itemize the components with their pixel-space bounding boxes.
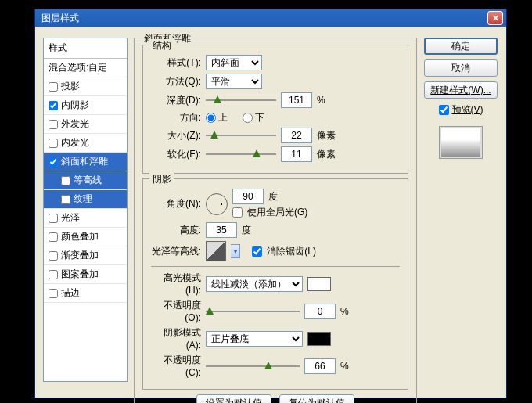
style-item-outer-glow[interactable]: 外发光	[44, 115, 127, 134]
direction-label: 方向:	[151, 111, 201, 124]
depth-input[interactable]	[281, 92, 312, 108]
styles-header: 样式	[44, 38, 127, 59]
style-item-inner-shadow[interactable]: 内阴影	[44, 96, 127, 115]
altitude-input[interactable]	[206, 222, 237, 238]
shadow-mode-select[interactable]: 正片叠底	[206, 331, 303, 347]
close-icon[interactable]: ✕	[487, 11, 503, 25]
style-check[interactable]	[49, 251, 58, 261]
global-light-check[interactable]	[232, 207, 243, 218]
size-label: 大小(Z):	[151, 129, 201, 142]
preview-check-row[interactable]: 预览(V)	[439, 103, 483, 117]
shadow-opacity-input[interactable]	[304, 358, 336, 374]
style-label: 样式(T):	[151, 56, 201, 70]
size-input[interactable]	[281, 128, 312, 143]
angle-input[interactable]	[232, 189, 264, 204]
style-check[interactable]	[49, 289, 58, 298]
method-select[interactable]: 平滑	[206, 74, 262, 89]
blend-options-row[interactable]: 混合选项:自定	[44, 59, 127, 77]
style-check[interactable]	[61, 195, 70, 204]
style-item-pattern-overlay[interactable]: 图案叠加	[44, 265, 127, 284]
style-item-gradient-overlay[interactable]: 渐变叠加	[44, 246, 127, 265]
direction-down[interactable]: 下	[243, 111, 264, 124]
shadow-opacity-label: 不透明度(C):	[151, 354, 201, 378]
new-style-button[interactable]: 新建样式(W)...	[424, 81, 498, 99]
titlebar[interactable]: 图层样式 ✕	[35, 9, 506, 27]
structure-legend: 结构	[149, 39, 174, 52]
highlight-opacity-slider[interactable]	[206, 307, 300, 316]
style-item-texture[interactable]: 纹理	[44, 190, 127, 209]
angle-dial[interactable]	[206, 193, 228, 215]
depth-slider[interactable]	[206, 95, 276, 105]
shading-group: 阴影 角度(N): 度 使用全局光(G) 高度:度 光泽等高线:▾ 消除锯齿(L…	[142, 178, 408, 390]
style-item-satin[interactable]: 光泽	[44, 209, 127, 228]
highlight-mode-select[interactable]: 线性减淡（添加）	[206, 276, 303, 292]
soften-slider[interactable]	[206, 149, 276, 159]
style-item-color-overlay[interactable]: 颜色叠加	[44, 228, 127, 246]
highlight-opacity-label: 不透明度(O):	[151, 299, 201, 323]
angle-label: 角度(N):	[151, 197, 201, 210]
style-check[interactable]	[49, 232, 58, 242]
soften-label: 软化(F):	[151, 148, 201, 161]
highlight-opacity-input[interactable]	[304, 304, 336, 319]
shadow-color-swatch[interactable]	[307, 332, 331, 346]
style-check[interactable]	[49, 270, 58, 279]
cancel-button[interactable]: 取消	[424, 59, 498, 77]
style-item-bevel[interactable]: 斜面和浮雕	[44, 153, 127, 171]
gloss-dropdown-icon[interactable]: ▾	[231, 244, 240, 258]
method-label: 方法(Q):	[151, 75, 201, 88]
style-item-stroke[interactable]: 描边	[44, 284, 127, 303]
style-select[interactable]: 内斜面	[206, 55, 262, 70]
style-check[interactable]	[49, 101, 58, 110]
preview-check[interactable]	[439, 105, 449, 115]
gloss-contour-icon[interactable]	[206, 241, 226, 261]
reset-default-button[interactable]: 复位为默认值	[279, 394, 354, 403]
style-check[interactable]	[49, 120, 58, 129]
size-slider[interactable]	[206, 131, 276, 140]
soften-input[interactable]	[281, 146, 312, 162]
preview-swatch	[439, 126, 483, 159]
style-check[interactable]	[61, 176, 70, 185]
style-check[interactable]	[49, 139, 58, 148]
style-check[interactable]	[49, 214, 58, 223]
antialias-check[interactable]	[252, 246, 262, 257]
ok-button[interactable]: 确定	[424, 38, 498, 55]
bevel-group: 斜面和浮雕 结构 样式(T):内斜面 方法(Q):平滑 深度(D):% 方向:上…	[134, 38, 417, 403]
structure-group: 结构 样式(T):内斜面 方法(Q):平滑 深度(D):% 方向:上 下 大小(…	[142, 45, 408, 174]
style-item-inner-glow[interactable]: 内发光	[44, 134, 127, 153]
layer-style-dialog: 图层样式 ✕ 样式 混合选项:自定 投影 内阴影 外发光 内发光 斜面和浮雕 等…	[34, 9, 507, 398]
style-check[interactable]	[49, 82, 58, 92]
style-check[interactable]	[49, 157, 58, 167]
gloss-label: 光泽等高线:	[151, 245, 201, 258]
shading-legend: 阴影	[149, 173, 174, 186]
shadow-mode-label: 阴影模式(A):	[151, 326, 201, 351]
styles-list: 样式 混合选项:自定 投影 内阴影 外发光 内发光 斜面和浮雕 等高线 纹理 光…	[43, 38, 128, 382]
window-title: 图层样式	[38, 12, 487, 25]
direction-up[interactable]: 上	[206, 111, 228, 124]
altitude-label: 高度:	[151, 224, 201, 237]
make-default-button[interactable]: 设置为默认值	[196, 394, 271, 403]
highlight-color-swatch[interactable]	[307, 277, 331, 291]
style-item-drop-shadow[interactable]: 投影	[44, 77, 127, 96]
style-item-contour[interactable]: 等高线	[44, 171, 127, 190]
highlight-mode-label: 高光模式(H):	[151, 272, 201, 296]
shadow-opacity-slider[interactable]	[206, 362, 300, 371]
depth-label: 深度(D):	[151, 94, 201, 107]
